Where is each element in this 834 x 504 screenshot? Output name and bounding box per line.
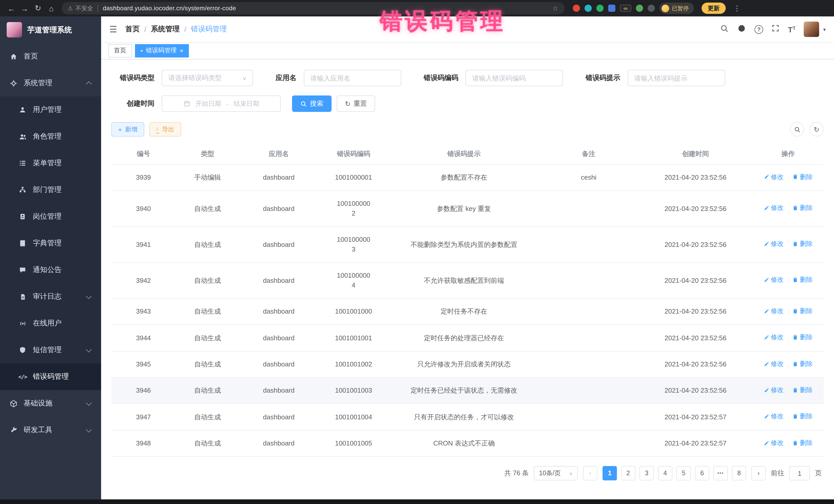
update-button[interactable]: 更新 — [702, 3, 726, 14]
delete-link[interactable]: 删除 — [793, 438, 813, 448]
page-button[interactable]: 1 — [602, 466, 617, 480]
cell-id: 3946 — [111, 377, 176, 404]
table-toolbar: + 新增 ↓ 导出 ↻ — [111, 122, 824, 136]
sidebar-item-users[interactable]: 用户管理 — [0, 96, 101, 123]
profile-chip[interactable]: 已暂停 — [659, 3, 694, 14]
search-icon[interactable] — [720, 24, 729, 35]
export-button[interactable]: ↓ 导出 — [149, 122, 181, 136]
sidebar-item-audit-log[interactable]: 审计日志 — [0, 283, 101, 310]
forward-icon[interactable]: → — [19, 4, 31, 13]
sidebar-toggle-icon[interactable]: ☰ — [109, 24, 117, 35]
sidebar-item-positions[interactable]: 岗位管理 — [0, 203, 101, 230]
toggle-search-icon[interactable] — [790, 122, 804, 136]
back-icon[interactable]: ← — [5, 4, 18, 13]
edit-link[interactable]: 修改 — [764, 359, 784, 369]
sidebar-item-home[interactable]: 首页 — [0, 43, 101, 70]
cell-code: 1001001005 — [318, 430, 389, 457]
extension-icon-red-circle[interactable] — [573, 5, 580, 12]
error-type-select[interactable]: 请选择错误码类型 ∨ — [162, 70, 253, 86]
cell-remark — [539, 299, 639, 325]
edit-link[interactable]: 修改 — [764, 386, 784, 395]
font-size-icon[interactable]: TT — [788, 25, 795, 33]
edit-link[interactable]: 修改 — [764, 306, 784, 316]
sidebar-item-menus[interactable]: 菜单管理 — [0, 150, 101, 177]
table-row: 3945 自动生成 dashboard 1001001002 只允许修改为开启或… — [111, 351, 824, 377]
date-range-picker[interactable]: 开始日期 - 结束日期 — [162, 95, 281, 112]
page-button[interactable]: 3 — [639, 466, 654, 480]
cell-remark — [539, 325, 639, 351]
tab-home[interactable]: 首页 — [108, 44, 132, 57]
delete-link[interactable]: 删除 — [793, 412, 813, 422]
edit-link[interactable]: 修改 — [764, 203, 784, 213]
edit-link[interactable]: 修改 — [764, 275, 784, 285]
delete-link[interactable]: 删除 — [793, 203, 813, 213]
sidebar-item-roles[interactable]: 角色管理 — [0, 123, 101, 150]
bookmark-star-icon[interactable]: ☆ — [552, 4, 558, 12]
sidebar-item-error-code[interactable]: </> 错误码管理 — [0, 364, 101, 390]
help-icon[interactable]: ? — [755, 25, 764, 34]
app-name-input[interactable] — [304, 70, 401, 86]
prev-page-button[interactable]: ‹ — [583, 466, 597, 480]
extension-icon-teal-circle[interactable] — [585, 5, 592, 12]
edit-link[interactable]: 修改 — [764, 172, 784, 182]
download-icon: ↓ — [156, 126, 159, 133]
delete-link[interactable]: 删除 — [793, 333, 813, 343]
edit-link[interactable]: 修改 — [764, 333, 784, 343]
sidebar-item-dictionary[interactable]: 字典管理 — [0, 230, 101, 257]
search-button[interactable]: 搜索 — [292, 95, 332, 112]
caret-down-icon[interactable]: ▾ — [823, 26, 826, 32]
sidebar-item-announcements[interactable]: 通知公告 — [0, 257, 101, 283]
sidebar-item-infrastructure[interactable]: 基础设施 — [0, 390, 101, 417]
edit-link[interactable]: 修改 — [764, 412, 784, 422]
goto-page-input[interactable] — [789, 466, 810, 480]
reload-icon[interactable]: ↻ — [32, 4, 44, 13]
edit-link[interactable]: 修改 — [764, 239, 784, 249]
chevron-down-icon — [86, 293, 92, 299]
sidebar-item-online-users[interactable]: 在线用户 — [0, 310, 101, 337]
cell-id: 3948 — [111, 430, 176, 457]
reset-button[interactable]: ↻ 重置 — [337, 95, 375, 112]
next-page-button[interactable]: › — [751, 466, 766, 480]
refresh-table-icon[interactable]: ↻ — [809, 122, 824, 136]
sidebar-item-label: 通知公告 — [33, 265, 62, 275]
delete-link[interactable]: 删除 — [793, 172, 813, 182]
avatar[interactable] — [804, 22, 819, 37]
extension-icon-puzzle[interactable] — [648, 5, 655, 12]
extension-icon-green-leaf[interactable] — [636, 5, 643, 12]
github-icon[interactable] — [737, 24, 746, 35]
delete-link[interactable]: 删除 — [793, 275, 813, 285]
page-button[interactable]: 2 — [621, 466, 635, 480]
sidebar-item-system[interactable]: 系统管理 — [0, 70, 101, 96]
breadcrumb-home[interactable]: 首页 — [126, 25, 140, 34]
sidebar-item-departments[interactable]: 部门管理 — [0, 177, 101, 203]
page-button[interactable]: ••• — [714, 466, 728, 480]
breadcrumb-system[interactable]: 系统管理 — [151, 25, 180, 34]
start-date-placeholder: 开始日期 — [196, 99, 221, 108]
delete-link[interactable]: 删除 — [793, 359, 813, 369]
error-hint-input[interactable] — [628, 70, 725, 86]
page-button[interactable]: 5 — [676, 466, 691, 480]
cell-type: 自动生成 — [176, 299, 240, 325]
page-button[interactable]: 8 — [732, 466, 746, 480]
edit-link[interactable]: 修改 — [764, 438, 784, 448]
page-size-select[interactable]: 10条/页 ∨ — [534, 466, 578, 480]
page-button[interactable]: 4 — [658, 466, 672, 480]
sidebar-item-sms[interactable]: 短信管理 — [0, 337, 101, 364]
browser-menu-icon[interactable]: ⋮ — [733, 4, 741, 12]
security-label[interactable]: 不安全 — [75, 4, 93, 12]
sidebar-item-label: 在线用户 — [33, 319, 62, 328]
delete-link[interactable]: 删除 — [793, 306, 813, 316]
extension-icon-on-switch[interactable]: on — [620, 5, 631, 12]
close-icon[interactable]: × — [180, 47, 183, 53]
sidebar-item-dev-tools[interactable]: 研发工具 — [0, 417, 101, 443]
add-button[interactable]: + 新增 — [111, 122, 144, 136]
tab-error-code[interactable]: ● 错误码管理 × — [135, 44, 189, 57]
extension-icon-blue-grid[interactable] — [608, 5, 615, 12]
fullscreen-icon[interactable] — [772, 24, 780, 35]
error-code-input[interactable] — [465, 70, 563, 86]
page-button[interactable]: 6 — [695, 466, 709, 480]
browser-home-icon[interactable]: ⌂ — [45, 4, 58, 13]
delete-link[interactable]: 删除 — [793, 239, 813, 249]
extension-icon-green-circle[interactable] — [596, 5, 603, 12]
delete-link[interactable]: 删除 — [793, 386, 813, 395]
